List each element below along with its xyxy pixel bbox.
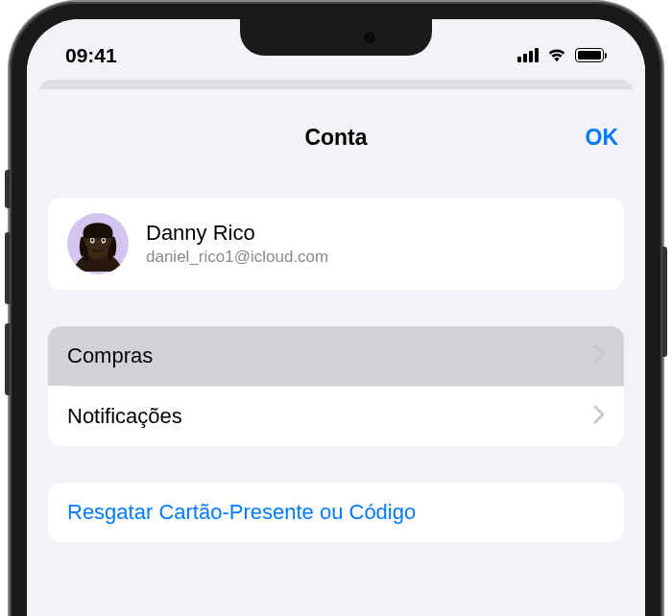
account-modal: Conta OK (27, 89, 645, 616)
avatar (67, 213, 129, 274)
purchases-row[interactable]: Compras (48, 326, 624, 386)
svg-point-4 (91, 239, 94, 242)
battery-icon (575, 48, 607, 62)
phone-volume-down (5, 323, 10, 395)
profile-row[interactable]: Danny Rico daniel_rico1@icloud.com (48, 198, 624, 290)
menu-section: Compras Notificações (48, 326, 624, 446)
chevron-right-icon (593, 344, 605, 367)
phone-silence-switch (5, 170, 10, 208)
cellular-signal-icon (517, 48, 539, 62)
svg-point-9 (108, 246, 112, 262)
status-icons (517, 45, 607, 66)
svg-point-8 (84, 246, 88, 262)
svg-point-5 (102, 239, 105, 242)
phone-frame: 09:41 (10, 2, 662, 616)
profile-section: Danny Rico daniel_rico1@icloud.com (48, 198, 624, 290)
profile-name: Danny Rico (146, 221, 328, 246)
screen: 09:41 (27, 19, 645, 616)
wifi-icon (546, 45, 567, 66)
status-time: 09:41 (65, 44, 117, 67)
notifications-row[interactable]: Notificações (48, 387, 624, 446)
profile-text: Danny Rico daniel_rico1@icloud.com (146, 221, 328, 267)
modal-header: Conta OK (27, 113, 645, 161)
redeem-link: Resgatar Cartão-Presente ou Código (67, 500, 416, 525)
chevron-right-icon (593, 405, 605, 428)
purchases-label: Compras (67, 344, 153, 368)
phone-volume-up (5, 232, 10, 304)
done-button[interactable]: OK (586, 125, 619, 151)
actions-section: Resgatar Cartão-Presente ou Código (48, 483, 624, 542)
front-camera (363, 31, 376, 44)
redeem-row[interactable]: Resgatar Cartão-Presente ou Código (48, 483, 624, 542)
notch (240, 19, 432, 56)
profile-email: daniel_rico1@icloud.com (146, 248, 328, 267)
notifications-label: Notificações (67, 404, 182, 429)
phone-power-button (662, 247, 667, 357)
modal-title: Conta (304, 125, 367, 151)
